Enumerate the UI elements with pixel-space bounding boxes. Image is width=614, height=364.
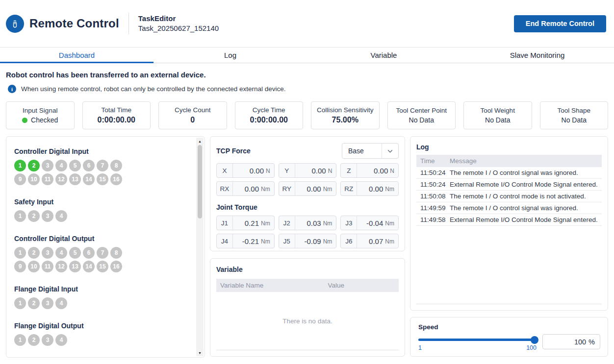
field-unit: Nm xyxy=(261,220,270,227)
tab-slave-monitoring[interactable]: Slave Monitoring xyxy=(460,48,614,63)
log-row: 11:49:58External Remote I/O Control Mode… xyxy=(416,214,602,226)
io-indicator-7: 7 xyxy=(97,247,108,259)
scroll-down-icon[interactable]: ▼ xyxy=(198,349,202,356)
io-indicator-9: 9 xyxy=(14,261,26,272)
speed-slider[interactable] xyxy=(418,339,537,341)
stat-value: 0:00:00.00 xyxy=(250,116,288,124)
variable-table-header: Variable Name Value xyxy=(216,279,399,292)
speed-max-label: 100 xyxy=(526,344,537,351)
io-group-flange-digital-input: Flange Digital Input1234 xyxy=(14,285,190,309)
chevron-down-icon xyxy=(382,144,398,158)
field-label: RX xyxy=(217,182,233,195)
speed-title: Speed xyxy=(418,323,600,331)
stat-label: Cycle Count xyxy=(175,106,211,114)
stat-value-text: 0:00:00.00 xyxy=(250,116,288,124)
speed-value-input[interactable]: 100 % xyxy=(542,334,600,349)
io-indicator-4: 4 xyxy=(55,247,67,259)
io-indicator-16: 16 xyxy=(110,261,122,272)
io-group-title: Controller Digital Input xyxy=(14,147,190,155)
variable-title: Variable xyxy=(216,266,399,273)
stat-label: Tool Center Point xyxy=(396,107,447,114)
field-label: J4 xyxy=(217,234,233,248)
io-indicator-2: 2 xyxy=(28,334,40,346)
io-indicator-8: 8 xyxy=(110,160,122,171)
io-group-title: Flange Digital Input xyxy=(14,285,190,293)
io-indicator-3: 3 xyxy=(42,160,53,171)
field-value: 0.03 xyxy=(295,219,321,227)
field-label: J5 xyxy=(279,234,295,248)
io-indicator-11: 11 xyxy=(42,173,53,185)
scrollbar-thumb[interactable] xyxy=(198,145,202,218)
remote-control-icon xyxy=(6,15,24,33)
io-row: 910111213141516 xyxy=(14,173,190,185)
io-group-flange-digital-output: Flange Digital Output1234 xyxy=(14,322,190,346)
field-value: 0.21 xyxy=(233,219,259,227)
coordinate-frame-select[interactable]: Base xyxy=(342,143,399,159)
field-label: J1 xyxy=(217,216,233,230)
io-indicator-6: 6 xyxy=(83,160,95,171)
io-indicator-15: 15 xyxy=(97,173,108,185)
field-value: -0.21 xyxy=(233,237,259,245)
io-indicator-12: 12 xyxy=(55,261,67,272)
io-indicator-4: 4 xyxy=(55,160,67,171)
io-scrollbar[interactable]: ▲ ▼ xyxy=(196,138,204,356)
speed-min-label: 1 xyxy=(418,344,422,351)
io-indicator-13: 13 xyxy=(69,261,81,272)
field-unit: Nm xyxy=(323,220,333,227)
notice-info-text: When using remote control, robot can onl… xyxy=(21,85,286,93)
value-field-j3: J3-0.04Nm xyxy=(340,216,399,230)
io-indicator-11: 11 xyxy=(42,261,53,272)
status-dot-green xyxy=(22,118,27,123)
io-indicator-3: 3 xyxy=(42,210,53,222)
field-unit: N xyxy=(328,168,333,174)
io-indicator-6: 6 xyxy=(83,247,95,259)
no-data-message: There is no data. xyxy=(282,317,332,325)
scrollbar-track[interactable] xyxy=(196,145,204,349)
io-group-title: Flange Digital Output xyxy=(14,322,190,330)
io-indicator-2: 2 xyxy=(28,297,40,309)
stat-value: No Data xyxy=(562,116,587,124)
io-indicator-15: 15 xyxy=(97,261,108,272)
io-indicator-14: 14 xyxy=(83,173,95,185)
tab-log[interactable]: Log xyxy=(154,48,307,63)
value-field-z: Z0.00N xyxy=(340,163,399,178)
variable-panel: Variable Variable Name Value There is no… xyxy=(210,258,405,357)
field-value: 0.07 xyxy=(357,237,383,245)
scroll-up-icon[interactable]: ▲ xyxy=(198,138,202,145)
io-indicator-3: 3 xyxy=(42,297,53,309)
variable-value-column-header: Value xyxy=(324,282,399,289)
io-row: 910111213141516 xyxy=(14,261,190,272)
stat-value-text: No Data xyxy=(409,116,434,124)
stat-card-total-time: Total Time0:00:00.00 xyxy=(82,101,151,129)
value-field-rz: RZ0.00Nm xyxy=(340,181,399,196)
field-label: X xyxy=(217,164,233,177)
io-row: 1234 xyxy=(14,297,190,309)
stat-card-collision-sensitivity: Collision Sensitivity75.00% xyxy=(311,101,380,129)
io-indicator-10: 10 xyxy=(28,173,40,185)
tab-variable[interactable]: Variable xyxy=(307,48,460,63)
stat-card-cycle-time: Cycle Time0:00:00.00 xyxy=(235,101,304,129)
stat-value-text: Checked xyxy=(31,116,58,124)
io-indicator-4: 4 xyxy=(55,210,67,222)
log-time: 11:49:59 xyxy=(416,204,446,212)
io-indicator-2: 2 xyxy=(28,160,40,171)
io-indicator-1: 1 xyxy=(14,160,26,171)
field-unit: Nm xyxy=(323,186,333,193)
field-unit: Nm xyxy=(323,238,333,245)
field-value: 0.00 xyxy=(233,185,259,193)
speed-slider-thumb[interactable] xyxy=(531,336,538,344)
tab-label: Log xyxy=(224,51,236,59)
field-label: J2 xyxy=(279,216,295,230)
notice-info-row: i When using remote control, robot can o… xyxy=(8,85,608,93)
log-table-body: 11:50:24The remote I / O control signal … xyxy=(416,167,602,304)
end-remote-control-button[interactable]: End Remote Control xyxy=(514,15,606,32)
io-row: 12345678 xyxy=(14,160,190,171)
field-value: 0.00 xyxy=(295,185,321,193)
stat-label: Tool Weight xyxy=(481,107,515,114)
field-label: RZ xyxy=(341,182,357,195)
tab-dashboard[interactable]: Dashboard xyxy=(0,48,154,63)
io-indicator-2: 2 xyxy=(28,210,40,222)
io-indicator-8: 8 xyxy=(110,247,122,259)
field-label: RY xyxy=(279,182,295,195)
field-value: 0.00 xyxy=(357,167,388,175)
